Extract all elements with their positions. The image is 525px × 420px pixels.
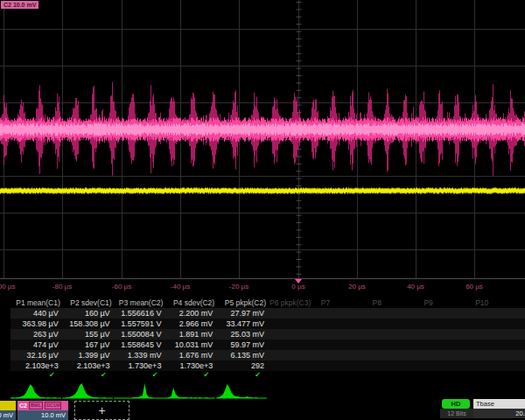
measurement-value: 1.558645 V	[114, 340, 165, 350]
measurement-value: 2.966 mV	[164, 318, 216, 329]
measurement-value: 1.676 mV	[164, 350, 216, 360]
time-axis-label: -20 µs	[229, 283, 248, 290]
time-axis-label: 40 µs	[407, 283, 424, 290]
vertical-scale-value: 10.0 mV	[18, 410, 68, 420]
param-header[interactable]: P6 pkpk(C3)	[268, 298, 319, 308]
status-check-icon: ✔	[216, 371, 268, 380]
measurement-value: 2.103e+3	[62, 360, 114, 371]
adc-bits-label: 12 Bits	[440, 409, 473, 418]
param-header[interactable]: P2 sdev(C1)	[62, 298, 114, 308]
measurement-value: 33.477 mV	[216, 318, 268, 329]
histicon	[164, 380, 215, 399]
param-header[interactable]: P10	[473, 298, 525, 308]
measurement-value: 6.135 mV	[216, 350, 268, 360]
bwl-badge: BWL	[29, 402, 43, 410]
measurement-value: 25.03 mV	[216, 329, 268, 340]
measurement-value: 292	[216, 360, 268, 371]
measurement-value: 363.98 µV	[10, 318, 62, 329]
measurement-value: 440 µV	[10, 308, 62, 318]
add-trace-button[interactable]: +	[74, 401, 130, 420]
measurement-value: 59.97 mV	[216, 340, 268, 350]
measurement-value: 32.16 µV	[10, 350, 62, 360]
descriptor-bar: C1 DC1M 10.0 mV C2 BWL DC1M 10.0 mV + HD…	[0, 401, 525, 420]
measurement-value: 1.399 µV	[62, 350, 114, 360]
c2-title: C2 BWL DC1M	[18, 401, 68, 410]
param-header[interactable]: P9	[422, 298, 473, 308]
table-row-min: 263 µV155 µV1.550084 V1.891 mV25.03 mV	[10, 329, 525, 340]
histicon	[62, 380, 113, 399]
status-check-icon: ✔	[164, 371, 216, 380]
time-axis-label: -100 µs	[0, 283, 15, 290]
time-axis-label: -60 µs	[112, 283, 131, 290]
histicon	[216, 380, 267, 399]
table-row-max: 474 µV167 µV1.558645 V10.031 mV59.97 mV	[10, 340, 525, 350]
measurement-value: 2.200 mV	[164, 308, 216, 318]
timebase-descriptor[interactable]: Tbase 20.0 µs	[473, 399, 525, 418]
status-check-icon: ✔	[62, 371, 114, 380]
param-header-row: P1 mean(C1)P2 sdev(C1)P3 mean(C2)P4 sdev…	[10, 298, 525, 308]
measurement-value: 1.550084 V	[114, 329, 165, 340]
measurement-value: 1.339 mV	[114, 350, 165, 360]
param-header[interactable]: P8	[371, 298, 423, 308]
measurement-value: 160 µV	[62, 308, 114, 318]
measurement-value: 2.103e+3	[10, 360, 62, 371]
waveform-display[interactable]	[0, 0, 525, 278]
measurement-value: 1.891 mV	[164, 329, 216, 340]
coupling-badge: DC1M	[45, 402, 62, 410]
histicon	[10, 380, 61, 399]
histicon	[114, 380, 164, 399]
table-row-mean: 363.98 µV158.308 µV1.557591 V2.966 mV33.…	[10, 318, 525, 329]
timebase-label: Tbase	[473, 399, 525, 409]
measurement-value: 27.97 mV	[216, 308, 268, 318]
time-axis-label: -80 µs	[52, 283, 72, 290]
param-header[interactable]: P4 sdev(C2)	[164, 298, 216, 308]
c1-title: C1 DC1M	[0, 401, 16, 410]
measurement-value: 158.308 µV	[62, 318, 114, 329]
channel-label: C2	[19, 402, 27, 410]
channel-descriptor-c1[interactable]: C1 DC1M 10.0 mV	[0, 401, 16, 420]
oscilloscope-screen: C2 10.0 mV -100 µs-80 µs-60 µs-40 µs-20 …	[0, 0, 525, 420]
param-header[interactable]: P1 mean(C1)	[10, 298, 62, 308]
time-axis-label: 20 µs	[348, 283, 366, 290]
status-check-icon: ✔	[114, 371, 165, 380]
histicon-row	[10, 380, 268, 399]
table-row-num: 2.103e+32.103e+31.730e+31.730e+3292	[10, 360, 525, 371]
status-check-icon: ✔	[10, 371, 62, 380]
measurement-value: 1.730e+3	[164, 360, 216, 371]
table-row-sdev: 32.16 µV1.399 µV1.339 mV1.676 mV6.135 mV	[10, 350, 525, 360]
measurement-value: 1.556616 V	[114, 308, 165, 318]
trace-label-badge[interactable]: C2 10.0 mV	[1, 1, 38, 9]
measurement-value: 155 µV	[62, 329, 114, 340]
measurement-value: 263 µV	[10, 329, 62, 340]
vertical-scale-value: 10.0 mV	[0, 410, 16, 420]
timebase-value: 20.0 µs	[473, 409, 525, 418]
param-header[interactable]: P3 mean(C2)	[114, 298, 165, 308]
measurement-value: 1.730e+3	[114, 360, 165, 371]
hd-badge[interactable]: HD	[442, 399, 470, 409]
measurement-table: P1 mean(C1)P2 sdev(C1)P3 mean(C2)P4 sdev…	[10, 298, 525, 380]
time-axis: -100 µs-80 µs-60 µs-40 µs-20 µs0 µs20 µs…	[0, 278, 525, 293]
measurement-value: 474 µV	[10, 340, 62, 350]
time-axis-label: 0 µs	[291, 283, 304, 290]
plus-icon: +	[98, 403, 105, 417]
table-row-value: 440 µV160 µV1.556616 V2.200 mV27.97 mV	[10, 308, 525, 318]
channel-descriptor-c2[interactable]: C2 BWL DC1M 10.0 mV	[18, 401, 68, 420]
time-axis-label: -40 µs	[171, 283, 190, 290]
status-row: ✔✔✔✔✔	[10, 371, 525, 380]
measurement-value: 167 µV	[62, 340, 114, 350]
param-header[interactable]: P5 pkpk(C2)	[216, 298, 268, 308]
measurement-value: 1.557591 V	[114, 318, 165, 329]
measurement-value: 10.031 mV	[164, 340, 216, 350]
time-axis-label: 60 µs	[466, 283, 483, 290]
param-header[interactable]: P7	[319, 298, 371, 308]
